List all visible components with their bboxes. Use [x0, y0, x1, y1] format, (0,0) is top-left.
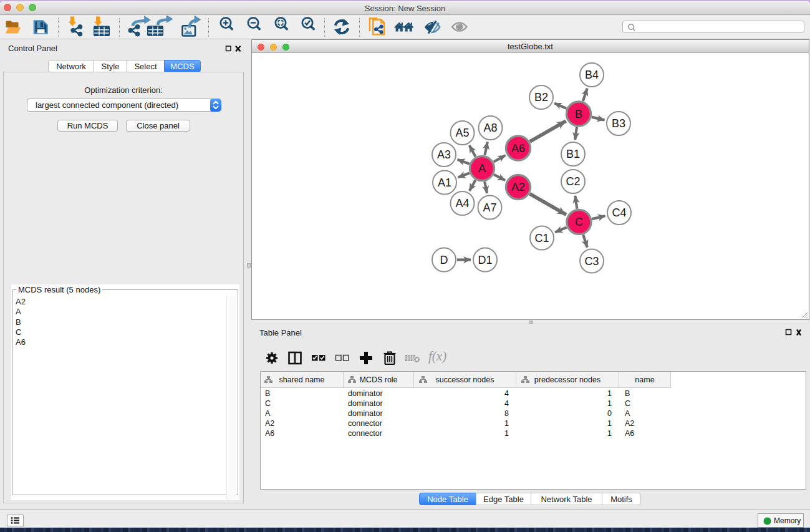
svg-text:D1: D1 [478, 254, 492, 266]
svg-text:A4: A4 [455, 197, 469, 210]
svg-text:B2: B2 [534, 91, 548, 104]
svg-text:C2: C2 [566, 175, 580, 188]
svg-text:A7: A7 [483, 201, 496, 214]
svg-text:C: C [575, 216, 583, 228]
svg-text:A6: A6 [511, 142, 525, 155]
svg-text:A: A [478, 162, 486, 175]
svg-text:A5: A5 [455, 127, 469, 139]
svg-text:A2: A2 [511, 181, 525, 193]
svg-text:C4: C4 [612, 206, 626, 219]
svg-text:A1: A1 [438, 177, 451, 189]
svg-text:C1: C1 [534, 232, 549, 244]
svg-text:D: D [440, 254, 448, 266]
svg-text:B4: B4 [585, 69, 599, 81]
svg-text:A8: A8 [483, 122, 497, 134]
svg-text:A3: A3 [437, 148, 451, 161]
svg-text:C3: C3 [584, 255, 599, 268]
svg-text:B1: B1 [566, 148, 580, 160]
svg-text:B: B [575, 108, 582, 120]
svg-text:B3: B3 [612, 117, 625, 130]
